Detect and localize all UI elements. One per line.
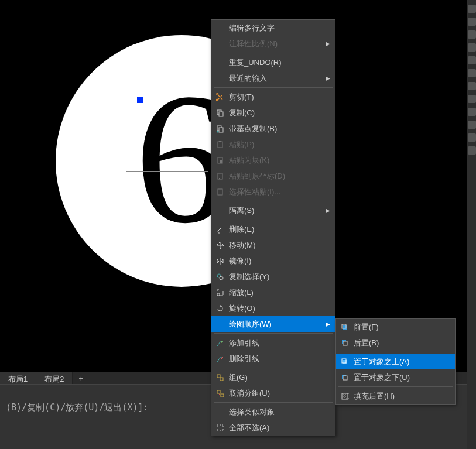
svg-rect-13 xyxy=(217,293,220,296)
add-leader-icon xyxy=(215,338,225,348)
right-tool-palette xyxy=(467,0,476,449)
copy-base-icon xyxy=(215,124,225,134)
menu-label: 复制(C) xyxy=(229,108,330,118)
tool-icon[interactable] xyxy=(468,30,476,39)
menu-move[interactable]: 移动(M) xyxy=(211,237,335,253)
above-object-icon xyxy=(340,357,350,367)
submenu-above-object[interactable]: 置于对象之上(A) xyxy=(336,354,455,369)
menu-label: 粘贴为块(K) xyxy=(229,155,330,166)
tool-icon[interactable] xyxy=(468,82,476,90)
menu-separator xyxy=(214,87,333,88)
menu-label: 选择类似对象 xyxy=(229,407,330,417)
tab-layout2[interactable]: 布局2 xyxy=(36,372,73,384)
menu-copy-select[interactable]: 复制选择(Y) xyxy=(211,269,335,285)
svg-rect-28 xyxy=(342,393,348,399)
svg-rect-15 xyxy=(217,375,220,378)
move-icon xyxy=(215,240,225,251)
tool-icon[interactable] xyxy=(468,18,476,26)
tab-add-button[interactable]: + xyxy=(73,372,89,384)
menu-label: 编辑多行文字 xyxy=(229,23,330,33)
menu-recent-input[interactable]: 最近的输入 ▶ xyxy=(211,70,335,86)
mirror-icon xyxy=(215,256,225,266)
copy-icon xyxy=(215,108,225,118)
menu-label: 前置(F) xyxy=(354,322,450,333)
bring-front-icon xyxy=(340,322,350,333)
menu-paste-block: 粘贴为块(K) xyxy=(211,152,335,168)
menu-isolate[interactable]: 隔离(S) ▶ xyxy=(211,203,335,218)
menu-label: 全部不选(A) xyxy=(229,423,330,433)
menu-label: 填充后置(H) xyxy=(354,391,450,402)
menu-label: 重复_UNDO(R) xyxy=(229,57,330,68)
erase-icon xyxy=(215,224,225,235)
menu-label: 注释性比例(N) xyxy=(229,39,322,49)
menu-label: 绘图顺序(W) xyxy=(229,319,322,330)
menu-deselect-all[interactable]: 全部不选(A) xyxy=(211,420,335,436)
ungroup-icon xyxy=(215,388,225,399)
submenu-bring-front[interactable]: 前置(F) xyxy=(336,319,455,335)
menu-label: 隔离(S) xyxy=(229,205,322,216)
menu-copy[interactable]: 复制(C) xyxy=(211,105,335,121)
menu-mirror[interactable]: 镜像(I) xyxy=(211,253,335,269)
blank-icon xyxy=(215,205,225,216)
svg-rect-19 xyxy=(217,425,223,431)
tool-icon[interactable] xyxy=(468,5,476,13)
menu-select-similar[interactable]: 选择类似对象 xyxy=(211,404,335,420)
svg-rect-8 xyxy=(220,160,222,163)
blank-icon xyxy=(215,319,225,330)
blank-icon xyxy=(215,407,225,417)
paste-block-icon xyxy=(215,155,225,166)
svg-rect-24 xyxy=(343,360,347,364)
menu-scale[interactable]: 缩放(L) xyxy=(211,285,335,300)
menu-edit-mtext[interactable]: 编辑多行文字 xyxy=(211,20,335,36)
scissors-icon xyxy=(215,92,225,102)
blank-icon xyxy=(215,39,225,49)
menu-repeat-undo[interactable]: 重复_UNDO(R) xyxy=(211,54,335,70)
tool-icon[interactable] xyxy=(468,121,476,129)
deselect-icon xyxy=(215,423,225,433)
paste-orig-icon xyxy=(215,171,225,181)
menu-label: 粘贴(P) xyxy=(229,139,330,150)
menu-remove-leader[interactable]: 删除引线 xyxy=(211,351,335,366)
svg-rect-9 xyxy=(218,173,222,179)
svg-rect-10 xyxy=(218,189,222,195)
svg-rect-6 xyxy=(219,141,221,142)
menu-rotate[interactable]: 旋转(O) xyxy=(211,300,335,316)
tool-icon[interactable] xyxy=(468,133,476,142)
menu-cut[interactable]: 剪切(T) xyxy=(211,89,335,105)
svg-rect-5 xyxy=(218,142,222,148)
menu-label: 缩放(L) xyxy=(229,287,330,298)
tool-icon[interactable] xyxy=(468,108,476,116)
blank-icon xyxy=(215,73,225,84)
remove-leader-icon xyxy=(215,354,225,364)
tab-layout1[interactable]: 布局1 xyxy=(0,372,36,384)
menu-draw-order[interactable]: 绘图顺序(W) ▶ xyxy=(211,316,335,332)
submenu-hatch-back[interactable]: 填充后置(H) xyxy=(336,388,455,404)
tool-icon[interactable] xyxy=(468,146,476,155)
svg-rect-16 xyxy=(220,378,223,381)
tool-icon[interactable] xyxy=(468,69,476,77)
tool-icon[interactable] xyxy=(468,43,476,52)
submenu-below-object[interactable]: 置于对象之下(U) xyxy=(336,369,455,385)
menu-label: 最近的输入 xyxy=(229,73,322,84)
menu-copy-base[interactable]: 带基点复制(B) xyxy=(211,121,335,136)
tool-icon[interactable] xyxy=(468,56,476,64)
submenu-send-back[interactable]: 后置(B) xyxy=(336,335,455,351)
menu-group[interactable]: 组(G) xyxy=(211,369,335,385)
command-prompt: (B)/复制(C)/放弃(U)/退出(X)]: xyxy=(6,402,149,413)
menu-separator xyxy=(338,386,453,387)
menu-label: 剪切(T) xyxy=(229,92,330,102)
menu-label: 粘贴到原坐标(D) xyxy=(229,171,330,181)
menu-add-leader[interactable]: 添加引线 xyxy=(211,335,335,351)
tool-icon[interactable] xyxy=(468,95,476,103)
menu-paste: 粘贴(P) xyxy=(211,136,335,152)
menu-label: 删除(E) xyxy=(229,224,330,235)
selection-grip[interactable] xyxy=(137,97,143,103)
center-line xyxy=(126,171,208,172)
menu-paste-special: 选择性粘贴(I)... xyxy=(211,184,335,200)
menu-label: 取消分组(U) xyxy=(229,388,330,399)
submenu-arrow-icon: ▶ xyxy=(326,321,330,327)
menu-label: 后置(B) xyxy=(354,338,450,348)
paste-special-icon xyxy=(215,187,225,197)
menu-erase[interactable]: 删除(E) xyxy=(211,221,335,237)
menu-ungroup[interactable]: 取消分组(U) xyxy=(211,385,335,401)
